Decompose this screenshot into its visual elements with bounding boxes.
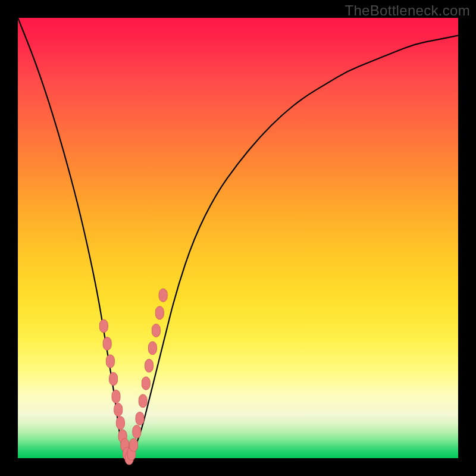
curve-marker [109,372,118,386]
curve-marker [136,412,144,425]
curve-marker [114,403,123,416]
marker-group [99,289,167,465]
curve-marker [159,289,167,302]
curve-marker [103,337,111,350]
curve-marker [148,342,156,355]
curve-marker [130,439,138,452]
bottleneck-curve [18,18,458,457]
chart-frame: TheBottleneck.com [0,0,476,476]
curve-marker [155,306,164,320]
watermark-text: TheBottleneck.com [345,2,470,19]
plot-area [18,18,458,458]
chart-svg [18,18,458,458]
curve-marker [133,425,141,439]
curve-marker [116,416,124,430]
curve-marker [145,359,154,372]
curve-marker [142,377,150,390]
curve-marker [152,324,160,337]
curve-marker [106,355,114,368]
curve-marker [99,320,108,333]
curve-marker [112,390,120,403]
curve-marker [139,394,147,408]
